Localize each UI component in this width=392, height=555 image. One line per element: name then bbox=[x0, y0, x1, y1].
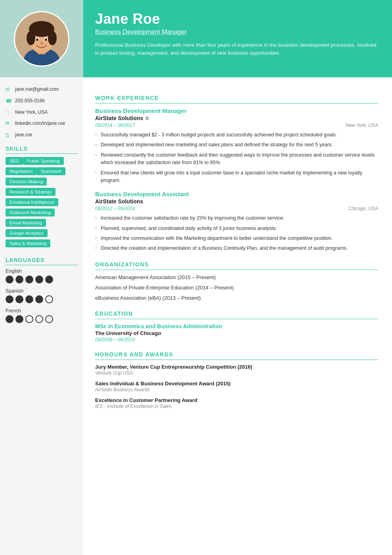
external-link-icon[interactable]: ⧉ bbox=[145, 116, 149, 121]
award-org: Venture Cup USA bbox=[95, 370, 378, 376]
avatar bbox=[14, 11, 69, 67]
education-dates: 09/2008 – 06/2010 bbox=[95, 337, 378, 343]
candidate-summary: Professional Business Developer with mor… bbox=[95, 41, 380, 57]
organization-item: American Management Association (2015 – … bbox=[95, 274, 378, 281]
svg-point-5 bbox=[27, 31, 35, 45]
award-org: IES - Institute of Excellence in Sales bbox=[95, 404, 378, 409]
jobs-list: Business Development ManagerAirState Sol… bbox=[95, 107, 378, 253]
skill-tag: Emotional Intelligence bbox=[6, 198, 58, 206]
language-item: French bbox=[6, 308, 78, 323]
languages-heading: LANGUAGES bbox=[6, 257, 78, 265]
job-bullet: Developed and implemented new marketing … bbox=[95, 141, 378, 149]
award-item: Excellence in Customer Partnering AwardI… bbox=[95, 397, 378, 409]
language-item: English bbox=[6, 268, 78, 283]
skype-icon: S bbox=[6, 132, 12, 138]
job-meta: 08/2012 – 09/2014Chicago, USA bbox=[95, 206, 378, 211]
work-experience-heading: WORK EXPERIENCE bbox=[95, 95, 378, 103]
contact-linkedin: in linkedin.com/in/jane.roe bbox=[6, 120, 78, 127]
honours-list: Jury Member, Venture Cup Entrepreneurshi… bbox=[95, 364, 378, 409]
header-info: Jane Roe Business Development Manager Pr… bbox=[83, 0, 392, 65]
skill-tag: Research & Strategy bbox=[6, 188, 55, 196]
language-dot bbox=[35, 276, 43, 283]
content-area: WORK EXPERIENCE Business Development Man… bbox=[83, 77, 392, 555]
contact-location: ♡ New York, USA bbox=[6, 109, 78, 116]
svg-point-11 bbox=[40, 42, 43, 45]
profile-photo-area bbox=[0, 0, 83, 77]
language-dot bbox=[35, 315, 43, 323]
language-dot bbox=[25, 295, 33, 303]
language-dot bbox=[15, 315, 23, 323]
contact-skype: S jane.roe bbox=[6, 132, 78, 138]
language-dot bbox=[25, 276, 33, 283]
contact-email: ✉ jane.roe@gmail.com bbox=[6, 86, 78, 93]
skill-tag: Teamwork bbox=[36, 167, 65, 175]
skill-tag: Email Marketing bbox=[6, 219, 46, 227]
education-entry: MSc in Economics and Business Administra… bbox=[95, 323, 378, 343]
language-dot bbox=[15, 276, 23, 283]
job-bullets: Increased the customer satisfaction rate… bbox=[95, 214, 378, 253]
svg-point-6 bbox=[48, 31, 57, 45]
skill-tag: Public Speaking bbox=[23, 157, 63, 165]
location-icon: ♡ bbox=[6, 109, 12, 115]
job-entry: Business Development AssistantAirState S… bbox=[95, 191, 378, 253]
email-icon: ✉ bbox=[6, 86, 12, 92]
languages-list: EnglishSpanishFrench bbox=[6, 268, 78, 323]
award-org: AirState Business Awards bbox=[95, 387, 378, 392]
job-bullet: Improved the communication with the Mark… bbox=[95, 235, 378, 242]
language-dot bbox=[35, 295, 43, 303]
award-title: Sales Individual & Business Development … bbox=[95, 381, 378, 387]
job-title: Business Development Manager bbox=[95, 107, 378, 114]
language-name: English bbox=[6, 268, 78, 274]
organization-item: Association of Private Enterprise Educat… bbox=[95, 284, 378, 291]
job-location: New York, USA bbox=[346, 122, 378, 128]
language-name: French bbox=[6, 308, 78, 314]
organizations-list: American Management Association (2015 – … bbox=[95, 274, 378, 302]
education-list: MSc in Economics and Business Administra… bbox=[95, 323, 378, 343]
organization-item: eBusiness Association (eBA) (2013 – Pres… bbox=[95, 295, 378, 302]
language-name: Spanish bbox=[6, 288, 78, 294]
honours-heading: HONOURS AND AWARDS bbox=[95, 351, 378, 360]
language-dot bbox=[6, 276, 13, 283]
skill-tag: Decision Making bbox=[6, 178, 47, 186]
language-dot bbox=[6, 315, 13, 323]
main-layout: ✉ jane.roe@gmail.com ☎ 202-555-0166 ♡ Ne… bbox=[0, 77, 392, 555]
language-dot bbox=[45, 295, 53, 303]
skill-tag: Google Analytics bbox=[6, 229, 48, 237]
job-bullet: Planned, supervised, and coordinated dai… bbox=[95, 225, 378, 232]
candidate-name: Jane Roe bbox=[95, 11, 380, 27]
job-company: AirState Solutions⧉ bbox=[95, 115, 378, 121]
job-bullet: Successfully managed $2 - 3 million budg… bbox=[95, 131, 378, 139]
award-title: Excellence in Customer Partnering Award bbox=[95, 397, 378, 403]
language-dot bbox=[25, 315, 33, 323]
organizations-heading: ORGANIZATIONS bbox=[95, 261, 378, 270]
job-location: Chicago, USA bbox=[348, 206, 378, 211]
language-dots bbox=[6, 315, 78, 323]
award-title: Jury Member, Venture Cup Entrepreneurshi… bbox=[95, 364, 378, 370]
job-company: AirState Solutions bbox=[95, 198, 378, 205]
job-dates: 09/2014 – 06/2017 bbox=[95, 122, 135, 128]
language-dot bbox=[15, 295, 23, 303]
sidebar: ✉ jane.roe@gmail.com ☎ 202-555-0166 ♡ Ne… bbox=[0, 77, 83, 555]
language-dot bbox=[45, 315, 53, 323]
candidate-title: Business Development Manager bbox=[95, 29, 380, 36]
svg-point-10 bbox=[45, 38, 47, 41]
job-bullet: Increased the customer satisfaction rate… bbox=[95, 214, 378, 222]
phone-icon: ☎ bbox=[6, 98, 12, 104]
linkedin-icon: in bbox=[6, 121, 12, 125]
skills-list: SEOPublic SpeakingNegotiationTeamworkDec… bbox=[6, 157, 78, 250]
svg-point-9 bbox=[36, 38, 38, 41]
job-meta: 09/2014 – 06/2017New York, USA bbox=[95, 122, 378, 128]
language-dot bbox=[6, 295, 13, 303]
header: Jane Roe Business Development Manager Pr… bbox=[0, 0, 392, 77]
education-heading: EDUCATION bbox=[95, 310, 378, 319]
language-dot bbox=[45, 276, 53, 283]
job-bullets: Successfully managed $2 - 3 million budg… bbox=[95, 131, 378, 184]
education-degree: MSc in Economics and Business Administra… bbox=[95, 323, 378, 329]
job-title: Business Development Assistant bbox=[95, 191, 378, 197]
award-item: Sales Individual & Business Development … bbox=[95, 381, 378, 392]
skills-heading: SKILLS bbox=[6, 145, 78, 154]
education-school: The University of Chicago bbox=[95, 330, 378, 336]
job-bullet: Reviewed constantly the customer feedbac… bbox=[95, 151, 378, 167]
language-item: Spanish bbox=[6, 288, 78, 303]
award-item: Jury Member, Venture Cup Entrepreneurshi… bbox=[95, 364, 378, 376]
